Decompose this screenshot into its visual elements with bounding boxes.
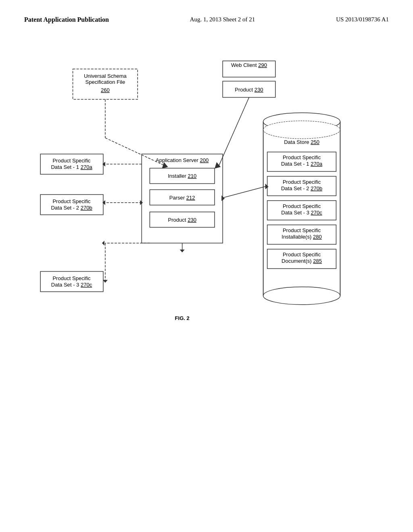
installer-text: Installer 210 — [168, 173, 196, 179]
web-client-text: Web Client 290 — [231, 62, 267, 68]
arrowhead-ps3 — [103, 280, 108, 283]
ds-documents-text1: Product Specific — [283, 251, 321, 258]
ds-ps2-text2: Data Set - 2 270b — [281, 185, 322, 191]
universal-schema-text2: Specification File — [86, 79, 125, 85]
ds-ps3-text2: Data Set - 3 270c — [281, 210, 322, 216]
product-server-text: Product 230 — [168, 217, 196, 223]
data-store-label: Data Store 250 — [284, 139, 319, 145]
arrow-parser-ds — [223, 186, 267, 198]
page: Patent Application Publication Aug. 1, 2… — [0, 0, 413, 532]
header-patent-number: US 2013/0198736 A1 — [336, 16, 389, 23]
arrowhead-ds-parser — [221, 195, 225, 201]
ds-ps3-text1: Product Specific — [283, 203, 321, 209]
patent-diagram: Universal Schema Specification File 260 … — [24, 35, 389, 418]
ps3-left-text2: Data Set - 3 270c — [51, 282, 92, 288]
arrow-webclient-server — [219, 98, 249, 166]
fig-label: FIG. 2 — [175, 315, 190, 321]
ps2-left-text2: Data Set - 2 270b — [51, 205, 92, 211]
ds-installables-text2: Installable(s) 280 — [282, 234, 321, 240]
arrowhead-product — [180, 249, 185, 252]
universal-schema-text1: Universal Schema — [84, 73, 127, 79]
ps3-left-text1: Product Specific — [52, 275, 91, 281]
diagram-area: Universal Schema Specification File 260 … — [24, 35, 389, 418]
ps2-left-text1: Product Specific — [52, 198, 91, 204]
ds-ps2-text1: Product Specific — [283, 179, 321, 185]
arrow-schema-to-server — [105, 138, 166, 166]
header-date-sheet: Aug. 1, 2013 Sheet 2 of 21 — [190, 16, 255, 23]
ds-ps1-text1: Product Specific — [283, 154, 321, 160]
parser-text: Parser 212 — [169, 195, 195, 201]
ds-ps1-text2: Data Set - 1 270a — [281, 161, 323, 167]
page-header: Patent Application Publication Aug. 1, 2… — [24, 16, 389, 23]
header-publication-title: Patent Application Publication — [24, 16, 109, 23]
app-server-text: Application Server 200 — [156, 157, 209, 163]
arrowhead-ps3-left — [102, 241, 104, 245]
ds-installables-text1: Product Specific — [283, 227, 321, 233]
data-store-inner-ellipse — [263, 121, 340, 139]
ps1-left-text2: Data Set - 1 270a — [51, 164, 92, 170]
ps1-left-text1: Product Specific — [52, 158, 91, 164]
product-web-text: Product 230 — [235, 87, 263, 93]
universal-schema-num: 260 — [101, 87, 110, 93]
data-store-bottom-ellipse — [263, 287, 340, 305]
ds-documents-text2: Document(s) 285 — [282, 258, 322, 264]
